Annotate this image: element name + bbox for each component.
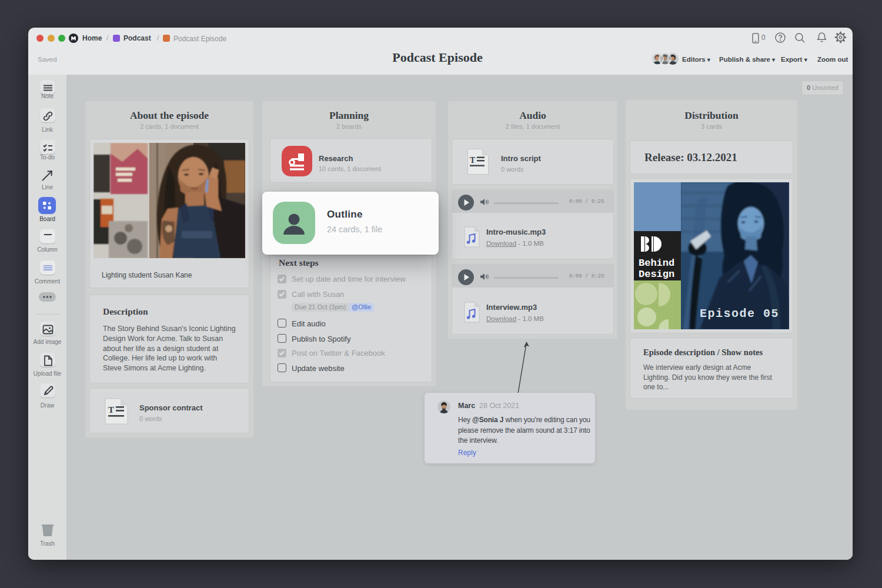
svg-text:Episode 05: Episode 05	[700, 307, 779, 320]
svg-text:Design: Design	[639, 269, 674, 280]
svg-text:T: T	[108, 405, 114, 415]
svg-text:Behind: Behind	[639, 258, 674, 269]
svg-text:T: T	[470, 156, 476, 165]
